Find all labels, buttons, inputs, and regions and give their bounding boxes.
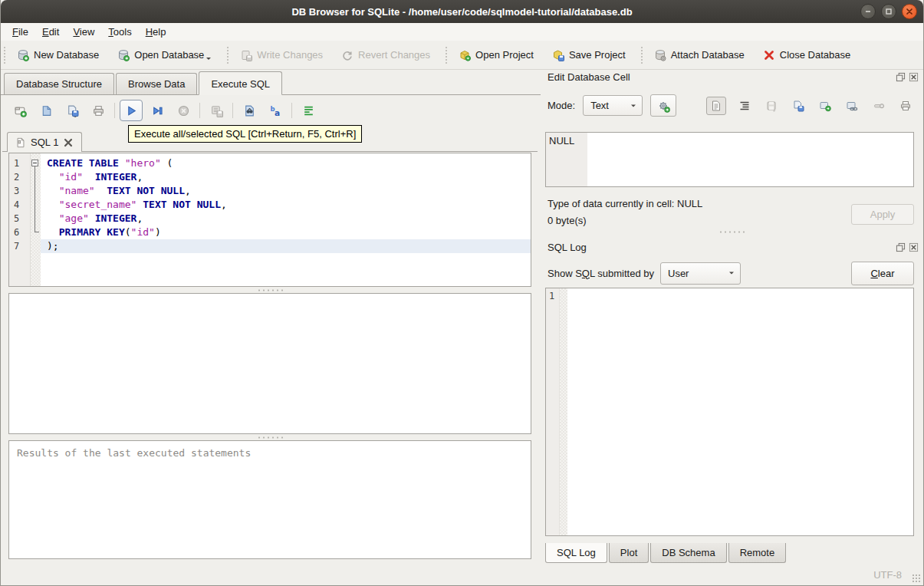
mode-combobox[interactable]: Text [583, 95, 643, 116]
mode-value: Text [590, 100, 609, 111]
menu-tools[interactable]: Tools [101, 25, 138, 39]
find-button[interactable] [238, 100, 261, 121]
execute-sql-button[interactable] [120, 100, 143, 121]
clear-log-button[interactable]: Clear [851, 262, 914, 285]
export-cell-button[interactable] [817, 97, 834, 115]
open-database-icon [117, 49, 130, 61]
tab-browse-data[interactable]: Browse Data [116, 73, 197, 94]
dock-tab-sql-log[interactable]: SQL Log [545, 543, 607, 563]
code-line-5[interactable]: "age" INTEGER, [41, 212, 531, 226]
resize-grip[interactable] [912, 574, 921, 583]
tab-execute-sql[interactable]: Execute SQL [199, 71, 282, 95]
new-database-button[interactable]: New Database [11, 45, 105, 65]
close-dock-icon[interactable] [909, 72, 919, 82]
cell-value-editor[interactable]: NULL [545, 132, 914, 187]
code-line-3[interactable]: "name" TEXT NOT NULL, [41, 184, 531, 198]
grid-log-splitter[interactable] [2, 434, 538, 440]
open-database-label: Open Database [134, 49, 204, 61]
open-in-app-button[interactable] [843, 97, 860, 115]
revert-changes-label: Revert Changes [358, 49, 430, 61]
stop-icon [177, 104, 189, 117]
close-database-button[interactable]: Close Database [757, 45, 857, 65]
execution-results-pane[interactable]: Results of the last executed statements [8, 440, 531, 559]
svg-text:a: a [275, 108, 280, 117]
open-sql-file-icon [40, 104, 52, 117]
text-mode-button[interactable] [706, 97, 726, 115]
maximize-button[interactable] [881, 4, 896, 19]
dock-tab-plot[interactable]: Plot [609, 543, 649, 563]
attach-database-button[interactable]: Attach Database [648, 45, 751, 65]
code-line-6[interactable]: PRIMARY KEY("id") [41, 226, 531, 239]
word-wrap-button[interactable] [297, 100, 320, 121]
sql-log-view[interactable]: 1 [545, 288, 914, 536]
float-dock-icon[interactable] [896, 242, 906, 252]
editor-results-splitter[interactable] [2, 287, 538, 293]
title-bar[interactable]: DB Browser for SQLite - /home/user/code/… [1, 0, 923, 23]
save-project-icon [552, 49, 564, 61]
menu-help[interactable]: Help [139, 25, 173, 39]
fold-margin[interactable] [31, 153, 41, 286]
splitter-grip[interactable] [257, 436, 283, 439]
chevron-down-icon[interactable] [206, 52, 212, 64]
open-sql-file-button[interactable] [35, 100, 58, 121]
menu-file[interactable]: File [5, 25, 35, 39]
code-line-4[interactable]: "secret_name" TEXT NOT NULL, [41, 198, 531, 212]
close-tab-icon[interactable] [63, 137, 74, 148]
set-null-icon [873, 100, 885, 112]
execute-current-line-button[interactable] [146, 100, 169, 121]
open-project-button[interactable]: Open Project [452, 45, 540, 65]
sql-editor-toolbar: ba [2, 95, 538, 126]
dock-tab-db-schema[interactable]: DB Schema [650, 543, 726, 563]
import-cell-button[interactable] [790, 97, 807, 115]
code-line-1[interactable]: CREATE TABLE "hero" ( [41, 156, 531, 170]
toolbar-handle[interactable] [3, 46, 7, 64]
line-number: 5 [9, 212, 30, 226]
toolbar-separator [114, 103, 115, 118]
save-sql-file-button[interactable] [61, 100, 84, 121]
menu-edit[interactable]: Edit [35, 25, 66, 39]
new-sql-tab-button[interactable] [8, 100, 31, 121]
log-filter-combobox[interactable]: User [660, 262, 741, 285]
revert-changes-icon [341, 49, 353, 61]
splitter-grip[interactable] [257, 289, 283, 291]
dock-tab-remote[interactable]: Remote [728, 543, 787, 563]
results-grid-pane[interactable] [8, 293, 531, 434]
fold-marker-icon[interactable] [31, 160, 38, 166]
dock-splitter[interactable] [541, 231, 922, 233]
text-mode-icon [710, 100, 722, 112]
minimize-button[interactable] [860, 4, 876, 19]
close-dock-icon[interactable] [909, 242, 919, 252]
log-text-area[interactable] [567, 288, 913, 535]
sql-1-tab[interactable]: SQL 1 [7, 132, 82, 152]
print-cell-button[interactable] [897, 97, 914, 115]
main-tab-bar: Database Structure Browse Data Execute S… [1, 69, 541, 95]
new-database-icon [17, 49, 29, 61]
save-project-button[interactable]: Save Project [546, 45, 632, 65]
word-wrap-toggle[interactable] [736, 97, 753, 115]
tab-database-structure[interactable]: Database Structure [4, 73, 114, 94]
menu-bar: File Edit View Tools Help [1, 23, 923, 41]
auto-format-button[interactable]: ba [264, 100, 287, 121]
print-sql-button[interactable] [87, 100, 110, 121]
menu-view[interactable]: View [66, 25, 101, 39]
cell-edit-area[interactable] [587, 133, 913, 186]
window-title: DB Browser for SQLite - /home/user/code/… [291, 6, 632, 18]
import-icon [792, 100, 804, 112]
apply-format-button[interactable] [650, 94, 676, 117]
chevron-down-icon [630, 102, 637, 110]
code-area[interactable]: CREATE TABLE "hero" ( "id" INTEGER, "nam… [41, 153, 531, 286]
sql-log-dock-buttons [896, 242, 919, 252]
find-icon [243, 104, 255, 117]
stop-execution-button [172, 100, 195, 121]
main-toolbar: New Database Open Database Write Changes… [1, 41, 923, 70]
code-line-7[interactable]: ); [41, 239, 531, 253]
line-number: 3 [9, 184, 30, 198]
close-button[interactable] [902, 4, 917, 19]
float-dock-icon[interactable] [896, 72, 906, 82]
open-database-button[interactable]: Open Database [111, 42, 218, 67]
log-line-number: 1 [546, 288, 560, 535]
splitter-grip[interactable] [718, 231, 745, 233]
code-line-2[interactable]: "id" INTEGER, [41, 170, 531, 184]
sql-code-editor[interactable]: 1234567 CREATE TABLE "hero" ( "id" INTEG… [8, 153, 531, 287]
word-wrap-icon [302, 104, 314, 117]
